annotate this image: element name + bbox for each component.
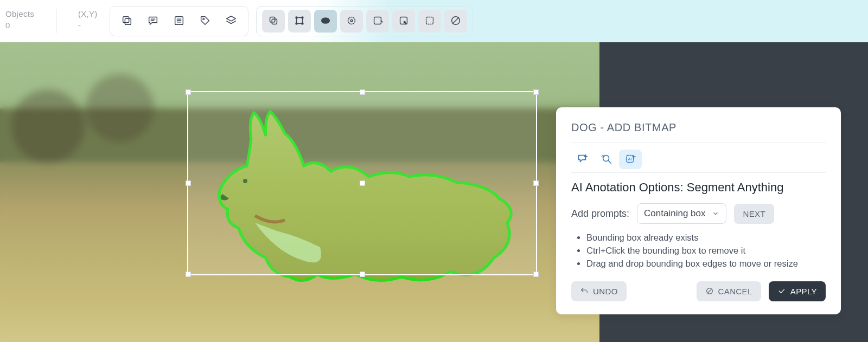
svg-point-8	[203, 18, 205, 20]
apply-button[interactable]: APPLY	[769, 281, 826, 301]
bbox-handle-mr[interactable]	[533, 180, 539, 186]
tag-button[interactable]	[194, 10, 216, 33]
annotation-panel: DOG - ADD BITMAP AI AI Anotation Options…	[556, 107, 841, 314]
bbox-handle-tm[interactable]	[360, 89, 365, 95]
grid-tool-icon	[424, 15, 436, 28]
list-icon	[173, 15, 185, 28]
panel-actions: UNDO CANCEL APPLY	[571, 281, 826, 301]
bbox-tool-icon	[293, 15, 305, 28]
bounding-box[interactable]	[187, 91, 537, 275]
clone-icon	[121, 15, 133, 28]
svg-line-29	[609, 160, 611, 163]
panel-title: DOG - ADD BITMAP	[571, 121, 826, 143]
objects-label: Objects	[5, 9, 34, 18]
prompt-select-value: Containing box	[644, 208, 705, 219]
disable-tool-icon	[450, 15, 462, 28]
check-icon	[777, 287, 786, 295]
bbox-handle-tr[interactable]	[533, 89, 539, 95]
polygon-tool-icon	[372, 15, 384, 28]
prompt-select[interactable]: Containing box	[637, 203, 726, 224]
xy-label: (X,Y)	[78, 9, 98, 18]
svg-marker-9	[226, 16, 235, 21]
svg-point-19	[350, 20, 353, 22]
polygon-tool-button[interactable]	[366, 10, 389, 33]
svg-rect-1	[125, 18, 131, 24]
workspace: DOG - ADD BITMAP AI AI Anotation Options…	[0, 42, 868, 342]
section-title: AI Anotation Options: Segment Anything	[571, 180, 826, 195]
svg-rect-22	[426, 17, 433, 24]
panel-tabs: AI	[571, 150, 826, 173]
tab-magic-zoom[interactable]	[595, 150, 618, 169]
top-toolbar: Objects 0 (X,Y) -	[0, 0, 868, 42]
select-tool-icon	[267, 15, 279, 28]
smart-tool-icon	[346, 15, 358, 28]
hint-item: Drag and drop bounding box edges to move…	[586, 257, 826, 270]
select-tool-button[interactable]	[262, 10, 285, 33]
undo-icon	[580, 287, 589, 295]
undo-button[interactable]: UNDO	[571, 281, 627, 301]
bbox-handle-ml[interactable]	[186, 180, 191, 186]
clone-button[interactable]	[116, 10, 138, 33]
layers-icon	[225, 15, 237, 28]
bbox-handle-br[interactable]	[533, 272, 539, 277]
comment-button[interactable]	[142, 10, 164, 33]
next-button[interactable]: NEXT	[734, 204, 774, 224]
hint-list: Bounding box already exists Ctrl+Click t…	[586, 231, 826, 270]
magic-zoom-icon	[601, 153, 612, 166]
grid-tool-button[interactable]	[418, 10, 441, 33]
ellipse-tool-button[interactable]	[314, 10, 337, 33]
speech-plus-icon	[577, 153, 589, 166]
svg-line-24	[452, 17, 458, 23]
cancel-button[interactable]: CANCEL	[697, 281, 761, 301]
pointer-tool-icon	[398, 15, 410, 28]
svg-line-35	[707, 289, 711, 293]
svg-point-18	[348, 17, 355, 24]
tab-ai-plus[interactable]: AI	[619, 150, 642, 169]
cancel-label: CANCEL	[718, 287, 752, 296]
undo-label: UNDO	[593, 287, 618, 296]
comment-icon	[147, 15, 159, 28]
svg-text:AI: AI	[628, 156, 632, 161]
tag-icon	[199, 15, 211, 28]
disable-tool-button[interactable]	[444, 10, 467, 33]
hint-item: Ctrl+Click the bounding box to remove it	[586, 244, 826, 257]
toolbar-group-annotation	[256, 6, 473, 36]
xy-value: -	[78, 21, 98, 30]
tab-speech-plus[interactable]	[571, 150, 594, 169]
chevron-down-icon	[712, 210, 719, 217]
bbox-handle-bl[interactable]	[186, 272, 191, 277]
toolbar-group-primary	[110, 6, 248, 36]
bbox-tool-button[interactable]	[288, 10, 311, 33]
bbox-handle-bm[interactable]	[360, 272, 365, 277]
svg-rect-0	[123, 16, 129, 22]
divider	[56, 9, 56, 33]
svg-point-17	[321, 17, 329, 23]
ai-plus-icon: AI	[624, 153, 636, 166]
bbox-handle-tl[interactable]	[186, 89, 191, 95]
prompt-label: Add prompts:	[571, 208, 629, 220]
apply-label: APPLY	[790, 287, 817, 296]
hint-item: Bounding box already exists	[586, 231, 826, 244]
objects-value: 0	[5, 21, 34, 30]
list-button[interactable]	[168, 10, 190, 33]
ellipse-tool-icon	[320, 15, 331, 28]
smart-tool-button[interactable]	[340, 10, 363, 33]
svg-rect-12	[296, 17, 302, 23]
layers-button[interactable]	[220, 10, 242, 33]
cancel-icon	[705, 287, 714, 295]
svg-rect-20	[374, 17, 381, 24]
canvas-stats: Objects 0 (X,Y) -	[5, 9, 102, 33]
pointer-tool-button[interactable]	[392, 10, 415, 33]
prompt-row: Add prompts: Containing box NEXT	[571, 203, 826, 224]
bbox-handle-center[interactable]	[360, 180, 365, 186]
